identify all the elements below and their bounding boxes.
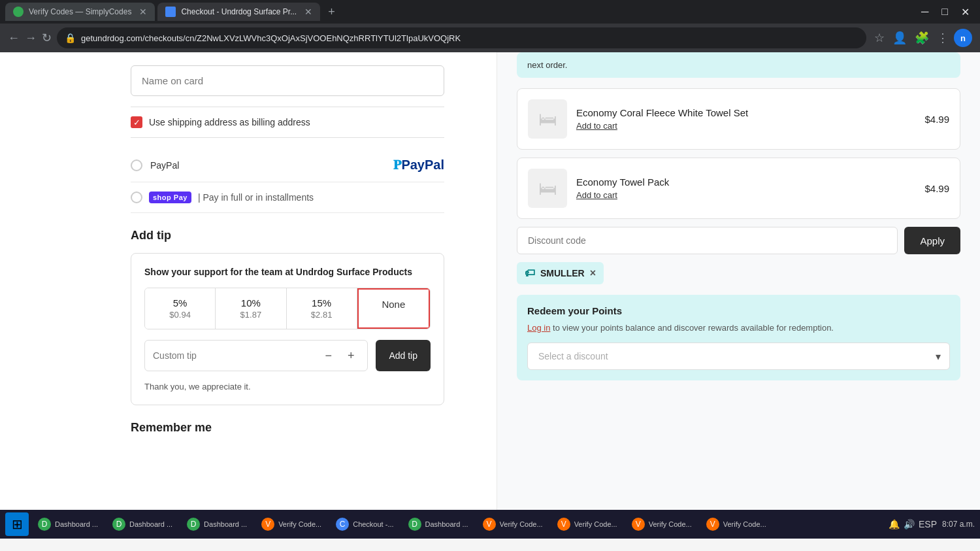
taskbar: ⊞ D Dashboard ... D Dashboard ... D Dash… (0, 510, 980, 539)
apply-button[interactable]: Apply (904, 227, 960, 254)
taskbar-label-1: Dashboard ... (55, 520, 98, 528)
shoppay-radio[interactable] (131, 192, 142, 203)
tip-option-none[interactable]: None (357, 288, 430, 329)
tip-minus-button[interactable]: − (319, 346, 337, 365)
select-discount[interactable]: Select a discount (527, 342, 950, 370)
taskbar-item-7[interactable]: V Verify Code... (476, 515, 549, 533)
paypal-label: PayPal (150, 160, 179, 171)
right-panel: next order. 🛏 Economy Coral Fleece White… (497, 52, 980, 510)
browser-title-bar: Verify Codes — SimplyCodes ✕ Checkout - … (0, 0, 980, 24)
tab-close-2[interactable]: ✕ (304, 7, 312, 17)
teal-banner: next order. (517, 52, 960, 78)
taskbar-item-2[interactable]: D Dashboard ... (106, 515, 179, 533)
towel-icon-2: 🛏 (538, 178, 557, 199)
taskbar-item-1[interactable]: D Dashboard ... (31, 515, 105, 533)
towel-icon-1: 🛏 (538, 109, 557, 130)
coupon-remove-button[interactable]: × (590, 267, 596, 279)
taskbar-label-4: Verify Code... (278, 520, 321, 528)
redeem-text: Log in to view your points balance and d… (527, 322, 950, 335)
shoppay-option[interactable]: shop Pay | Pay in full or in installment… (131, 182, 444, 213)
product-price-2: $4.99 (924, 183, 949, 194)
window-controls: ─ □ ✕ (916, 5, 975, 20)
tip-option-15[interactable]: 15% $2.81 (287, 288, 357, 329)
tip-amt-15: $2.81 (296, 310, 348, 320)
profile-button[interactable]: n (954, 29, 972, 47)
taskbar-icon-8: V (557, 518, 570, 531)
billing-checkbox[interactable]: ✓ (131, 116, 142, 128)
taskbar-icon-1: D (38, 518, 51, 531)
add-to-cart-2[interactable]: Add to cart (576, 190, 915, 200)
clock-time: 8:07 a.m. (942, 520, 975, 529)
checkmark-icon: ✓ (133, 118, 140, 127)
taskbar-item-8[interactable]: V Verify Code... (551, 515, 624, 533)
custom-tip-wrapper: − + (144, 340, 368, 371)
taskbar-item-3[interactable]: D Dashboard ... (180, 515, 253, 533)
add-tip-title: Add tip (131, 229, 444, 242)
custom-tip-input[interactable] (153, 350, 314, 361)
notification-icon[interactable]: 🔔 (889, 519, 900, 529)
shoppay-badge: shop Pay (149, 192, 191, 203)
coupon-tag: 🏷 SMULLER × (517, 262, 604, 284)
minimize-button[interactable]: ─ (916, 5, 934, 20)
add-to-cart-1[interactable]: Add to cart (576, 121, 915, 131)
tip-thank-you-text: Thank you, we appreciate it. (144, 382, 431, 392)
tip-options: 5% $0.94 10% $1.87 15% $2.81 None (144, 288, 431, 329)
tip-pct-5: 5% (154, 297, 206, 309)
product-info-1: Economy Coral Fleece White Towel Set Add… (576, 107, 915, 131)
taskbar-item-5[interactable]: C Checkout -... (329, 515, 400, 533)
taskbar-label-9: Verify Code... (649, 520, 692, 528)
paypal-radio[interactable] (131, 159, 142, 171)
profile-icon[interactable]: 👤 (890, 28, 909, 48)
redeem-title: Redeem your Points (527, 305, 950, 316)
taskbar-icon-10: V (706, 518, 719, 531)
tip-none-label: None (368, 299, 419, 310)
sys-icons: 🔔 🔊 ESP (889, 519, 937, 529)
taskbar-item-10[interactable]: V Verify Code... (700, 515, 773, 533)
taskbar-item-6[interactable]: D Dashboard ... (402, 515, 475, 533)
tip-pct-15: 15% (296, 297, 348, 309)
name-on-card-input[interactable] (131, 65, 444, 96)
start-button[interactable]: ⊞ (5, 512, 29, 536)
taskbar-label-2: Dashboard ... (129, 520, 172, 528)
taskbar-right: 🔔 🔊 ESP 8:07 a.m. (889, 519, 975, 529)
taskbar-icon-2: D (112, 518, 125, 531)
tab-1[interactable]: Verify Codes — SimplyCodes ✕ (5, 3, 155, 21)
close-button[interactable]: ✕ (956, 5, 975, 20)
left-panel: ✓ Use shipping address as billing addres… (0, 52, 497, 510)
product-right-1: $4.99 (924, 114, 949, 125)
address-bar-row: ← → ↻ 🔒 getundrdog.com/checkouts/cn/Z2Nw… (0, 24, 980, 52)
log-in-link[interactable]: Log in (527, 323, 550, 333)
tip-option-5[interactable]: 5% $0.94 (145, 288, 216, 329)
product-name-2: Economy Towel Pack (576, 176, 915, 188)
taskbar-item-4[interactable]: V Verify Code... (255, 515, 328, 533)
tab-close-1[interactable]: ✕ (139, 7, 147, 17)
tip-option-10[interactable]: 10% $1.87 (216, 288, 286, 329)
product-info-2: Economy Towel Pack Add to cart (576, 176, 915, 200)
new-tab-button[interactable]: + (323, 3, 340, 22)
custom-tip-row: − + Add tip (144, 340, 431, 371)
discount-code-input[interactable] (517, 227, 898, 254)
taskbar-icon-9: V (632, 518, 645, 531)
tab-2[interactable]: Checkout - Undrdog Surface Pr... ✕ (157, 3, 320, 21)
address-bar[interactable]: 🔒 getundrdog.com/checkouts/cn/Z2NwLXVzLW… (57, 27, 866, 48)
menu-icon[interactable]: ⋮ (934, 28, 951, 48)
tab-label-1: Verify Codes — SimplyCodes (29, 7, 131, 16)
tip-amt-5: $0.94 (154, 310, 206, 320)
tip-support-text: Show your support for the team at Undrdo… (144, 267, 431, 277)
volume-icon[interactable]: 🔊 (904, 519, 915, 529)
tab-label-2: Checkout - Undrdog Surface Pr... (181, 7, 297, 16)
maximize-button[interactable]: □ (936, 5, 953, 20)
forward-button[interactable]: → (25, 31, 37, 45)
star-icon[interactable]: ☆ (872, 28, 887, 48)
tip-pct-10: 10% (225, 297, 276, 309)
tip-plus-button[interactable]: + (342, 346, 360, 365)
paypal-option[interactable]: PayPal 𝐏PayPal (131, 148, 444, 182)
back-button[interactable]: ← (8, 31, 20, 45)
product-card-2: 🛏 Economy Towel Pack Add to cart $4.99 (517, 158, 960, 219)
taskbar-item-9[interactable]: V Verify Code... (625, 515, 698, 533)
tip-card: Show your support for the team at Undrdo… (131, 253, 444, 405)
teal-banner-text: next order. (527, 60, 567, 70)
extensions-icon[interactable]: 🧩 (912, 28, 932, 48)
add-tip-button[interactable]: Add tip (376, 340, 431, 371)
reload-button[interactable]: ↻ (42, 31, 52, 45)
